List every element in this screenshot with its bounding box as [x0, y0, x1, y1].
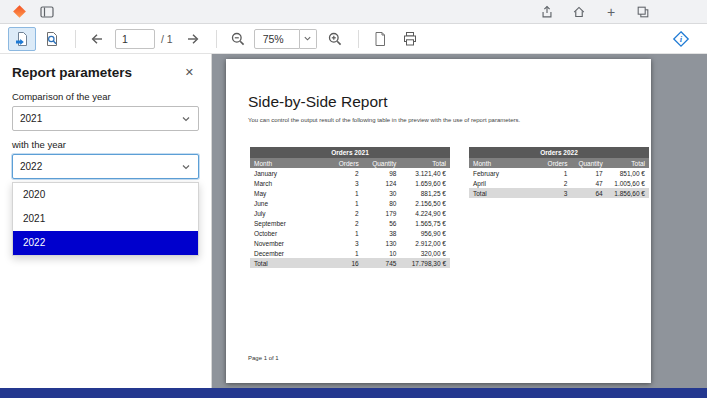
- dropdown-option-2021[interactable]: 2021: [13, 207, 198, 231]
- chevron-down-icon: [181, 114, 191, 124]
- table-cell: October: [250, 228, 330, 238]
- table-cell: 3: [330, 238, 363, 248]
- table-cell: 320,00 €: [400, 248, 450, 258]
- share-icon[interactable]: [538, 3, 556, 21]
- table-cell: 38: [363, 228, 401, 238]
- column-header: Month: [250, 158, 330, 168]
- table-cell: 1: [330, 248, 363, 258]
- table-cell: 2: [330, 218, 363, 228]
- table-row: December110320,00 €: [250, 248, 450, 258]
- print-button[interactable]: [396, 27, 424, 51]
- next-page-button[interactable]: [179, 27, 207, 51]
- toolbar-separator: [358, 30, 359, 48]
- column-header: Quantity: [363, 158, 401, 168]
- new-tab-icon[interactable]: +: [602, 3, 620, 21]
- table-cell: 3.121,40 €: [400, 168, 450, 178]
- table-cell: June: [250, 198, 330, 208]
- orders-2022-table: Orders 2022MonthOrdersQuantityTotalFebru…: [469, 147, 649, 198]
- report-parameters-panel: Report parameters ✕ Comparison of the ye…: [0, 54, 212, 388]
- table-cell: 2: [541, 178, 571, 188]
- report-tables: Orders 2021MonthOrdersQuantityTotalJanua…: [250, 147, 651, 268]
- page-footer: Page 1 of 1: [248, 355, 279, 361]
- chevron-down-icon: [303, 34, 312, 43]
- page-number-input[interactable]: [115, 29, 155, 49]
- zoom-value-label: 75%: [263, 33, 284, 45]
- table-cell: April: [469, 178, 541, 188]
- home-icon[interactable]: [570, 3, 588, 21]
- close-panel-button[interactable]: ✕: [180, 64, 199, 81]
- export-button[interactable]: [8, 27, 36, 51]
- table-cell: March: [250, 178, 330, 188]
- table-cell: May: [250, 188, 330, 198]
- table-header-row: MonthOrdersQuantityTotal: [469, 158, 649, 168]
- table-cell: January: [250, 168, 330, 178]
- zoom-out-button[interactable]: [224, 27, 252, 51]
- table-total-cell: Total: [469, 188, 541, 198]
- zoom-in-button[interactable]: [321, 27, 349, 51]
- table-cell: 30: [363, 188, 401, 198]
- table-total-cell: 64: [571, 188, 606, 198]
- table-cell: 1.565,75 €: [400, 218, 450, 228]
- table-cell: 56: [363, 218, 401, 228]
- copy-icon[interactable]: [634, 3, 652, 21]
- column-header: Quantity: [571, 158, 606, 168]
- report-page: Side-by-Side Report You can control the …: [226, 59, 651, 383]
- table-total-cell: 16: [330, 258, 363, 268]
- toolbar-separator: [216, 30, 217, 48]
- prev-page-icon: [89, 31, 105, 47]
- dropdown-option-2022[interactable]: 2022: [13, 231, 198, 255]
- chevron-down-icon: [181, 162, 191, 172]
- table-cell: 1: [330, 188, 363, 198]
- app-logo-icon: [10, 3, 28, 21]
- table-cell: November: [250, 238, 330, 248]
- table-row: March31241.659,60 €: [250, 178, 450, 188]
- column-header: Orders: [541, 158, 571, 168]
- table-cell: 1: [330, 198, 363, 208]
- fit-page-icon: [372, 31, 388, 47]
- info-button[interactable]: i: [667, 27, 695, 51]
- table-cell: 881,25 €: [400, 188, 450, 198]
- table-cell: 47: [571, 178, 606, 188]
- table-row: January2983.121,40 €: [250, 168, 450, 178]
- table-cell: February: [469, 168, 541, 178]
- table-cell: December: [250, 248, 330, 258]
- table-cell: 1.005,60 €: [607, 178, 649, 188]
- fit-page-button[interactable]: [366, 27, 394, 51]
- dropdown-option-2020[interactable]: 2020: [13, 183, 198, 207]
- table-row: June1802.156,50 €: [250, 198, 450, 208]
- table-title: Orders 2021: [250, 147, 450, 158]
- zoom-value-box[interactable]: 75%: [254, 29, 300, 49]
- year-dropdown-list: 2020 2021 2022: [12, 182, 199, 256]
- table-total-cell: Total: [250, 258, 330, 268]
- table-row: October138956,90 €: [250, 228, 450, 238]
- table-total-row: Total1674517.798,30 €: [250, 258, 450, 268]
- bottom-bar: [0, 388, 707, 398]
- column-header: Total: [400, 158, 450, 168]
- report-title: Side-by-Side Report: [248, 93, 651, 111]
- param1-value: 2021: [20, 113, 42, 124]
- column-header: Total: [607, 158, 649, 168]
- toolbar-right: i: [667, 24, 697, 54]
- zoom-dropdown-button[interactable]: [300, 29, 317, 49]
- param2-select[interactable]: 2022: [12, 154, 199, 179]
- param1-select[interactable]: 2021: [12, 106, 199, 131]
- table-row: November31302.912,00 €: [250, 238, 450, 248]
- table-cell: 2: [330, 208, 363, 218]
- table-header-row: MonthOrdersQuantityTotal: [250, 158, 450, 168]
- table-total-cell: 1.856,60 €: [607, 188, 649, 198]
- table-row: May130881,25 €: [250, 188, 450, 198]
- table-cell: 179: [363, 208, 401, 218]
- window-icon[interactable]: [38, 3, 56, 21]
- table-cell: 956,90 €: [400, 228, 450, 238]
- search-button[interactable]: [38, 27, 66, 51]
- next-page-icon: [185, 31, 201, 47]
- prev-page-button[interactable]: [83, 27, 111, 51]
- document-preview-area[interactable]: Side-by-Side Report You can control the …: [212, 54, 707, 388]
- info-icon: i: [672, 30, 690, 48]
- zoom-in-icon: [327, 31, 343, 47]
- table-cell: 4.224,90 €: [400, 208, 450, 218]
- browser-chrome-bar: +: [0, 0, 707, 24]
- table-cell: 3: [330, 178, 363, 188]
- parameters-title: Report parameters: [12, 65, 132, 80]
- table-cell: 124: [363, 178, 401, 188]
